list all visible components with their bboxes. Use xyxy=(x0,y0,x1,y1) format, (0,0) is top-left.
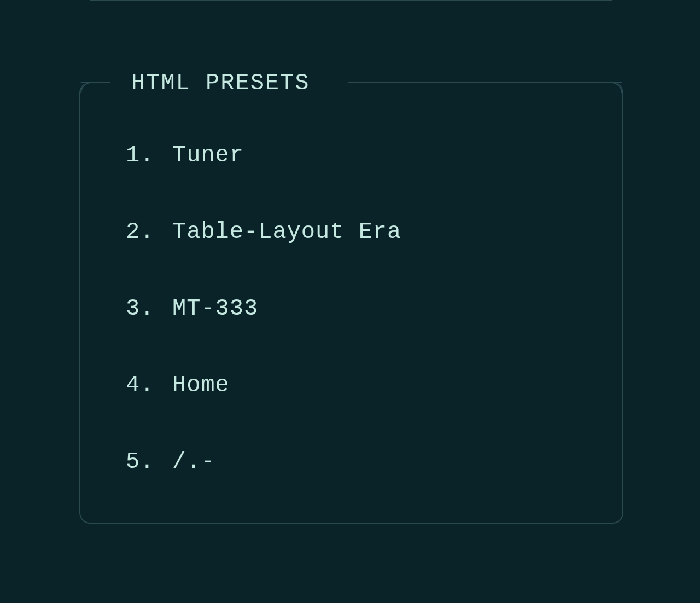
preset-number: 1. xyxy=(126,142,172,169)
corner-top-left xyxy=(80,82,91,93)
top-divider xyxy=(90,0,612,1)
preset-item-1[interactable]: 1. Tuner xyxy=(126,142,602,169)
preset-item-2[interactable]: 2. Table-Layout Era xyxy=(126,219,602,245)
preset-label: /.- xyxy=(172,449,215,475)
preset-label: MT-333 xyxy=(172,295,258,322)
preset-number: 2. xyxy=(126,219,172,245)
preset-label: Tuner xyxy=(172,142,244,169)
presets-panel: HTML PRESETS 1. Tuner 2. Table-Layout Er… xyxy=(79,82,623,524)
preset-item-4[interactable]: 4. Home xyxy=(126,372,602,398)
preset-item-3[interactable]: 3. MT-333 xyxy=(126,295,602,322)
preset-number: 4. xyxy=(126,372,172,398)
panel-title: HTML PRESETS xyxy=(126,70,315,96)
preset-number: 5. xyxy=(126,449,172,475)
preset-label: Home xyxy=(172,372,230,398)
presets-list: 1. Tuner 2. Table-Layout Era 3. MT-333 4… xyxy=(126,142,602,475)
preset-item-5[interactable]: 5. /.- xyxy=(126,449,602,475)
corner-top-right xyxy=(611,82,622,93)
preset-number: 3. xyxy=(126,295,172,322)
preset-label: Table-Layout Era xyxy=(172,219,401,245)
